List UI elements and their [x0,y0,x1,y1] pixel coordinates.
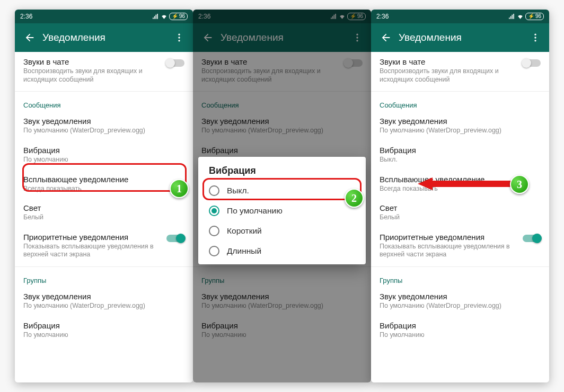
notif-sound-row[interactable]: Звук уведомленияПо умолчанию (WaterDrop_… [15,111,193,140]
notif-sound-row[interactable]: Звук уведомленияПо умолчанию (WaterDrop_… [371,111,549,140]
group-vibration-row[interactable]: ВибрацияПо умолчанию [371,316,549,345]
status-icons: ⚡96 [508,13,544,20]
phone-3: 2:36 ⚡96 Уведомления Звуки в чатеВоспрои… [371,10,549,382]
vibration-dialog: Вибрация Выкл. По умолчанию Короткий Дли… [198,157,366,264]
divider [371,91,549,92]
signal-icon [152,13,159,20]
chat-sounds-row[interactable]: Звуки в чатеВоспроизводить звуки для вхо… [15,52,193,89]
signal-icon [508,13,515,20]
step-badge-2: 2 [345,189,364,208]
back-button[interactable] [375,27,396,48]
step-badge-3: 3 [510,175,529,194]
divider [15,91,193,92]
battery-indicator: ⚡96 [525,13,544,20]
groups-section-label: Группы [371,269,549,287]
radio-icon [209,206,219,216]
svg-point-1 [178,37,180,38]
priority-toggle[interactable] [523,235,541,242]
dialog-title: Вибрация [200,164,364,181]
vibration-row[interactable]: ВибрацияВыкл. [371,140,549,170]
priority-row[interactable]: Приоритетные уведомленияПоказывать всплы… [15,227,193,264]
svg-point-6 [534,34,536,35]
app-bar: Уведомления [371,23,549,52]
chat-sounds-toggle[interactable] [166,59,184,67]
status-bar: 2:36 ⚡96 [371,10,549,23]
settings-body[interactable]: Звуки в чатеВоспроизводить звуки для вхо… [15,52,193,382]
option-long[interactable]: Длинный [200,241,364,261]
clock: 2:36 [376,13,389,20]
clock: 2:36 [20,13,32,20]
svg-point-8 [534,40,536,41]
phone-1: 2:36 ⚡96 Уведомления Звуки в чатеВоспрои… [15,10,193,382]
group-notif-sound-row[interactable]: Звук уведомленияПо умолчанию (WaterDrop_… [371,287,549,316]
chat-sounds-row[interactable]: Звуки в чатеВоспроизводить звуки для вхо… [371,52,549,89]
back-button[interactable] [19,27,40,48]
battery-indicator: ⚡96 [169,13,188,20]
settings-body[interactable]: Звуки в чатеВоспроизводить звуки для вхо… [371,52,549,382]
option-default[interactable]: По умолчанию [200,201,364,221]
option-off[interactable]: Выкл. [200,181,364,201]
radio-icon [209,226,219,236]
svg-marker-9 [418,177,513,190]
messages-section-label: Сообщения [15,94,193,111]
phone-2: 2:36 ⚡96 Уведомления Звуки в чатеВоспрои… [193,10,371,382]
popup-row[interactable]: Всплывающее уведомлениеВсегда показывать [15,170,193,199]
svg-point-0 [178,34,180,35]
appbar-title: Уведомления [40,32,169,43]
wifi-icon [517,13,524,20]
red-arrow [418,177,513,191]
messages-section-label: Сообщения [371,94,549,111]
light-row[interactable]: СветБелый [371,198,549,227]
menu-button[interactable] [169,27,190,48]
app-bar: Уведомления [15,23,193,52]
triptych-stage: 2:36 ⚡96 Уведомления Звуки в чатеВоспрои… [0,0,564,392]
radio-icon [209,185,219,196]
svg-point-2 [178,40,180,41]
groups-section-label: Группы [15,269,193,287]
group-vibration-row[interactable]: ВибрацияПо умолчанию [15,316,193,345]
group-notif-sound-row[interactable]: Звук уведомленияПо умолчанию (WaterDrop_… [15,287,193,316]
wifi-icon [161,13,168,20]
divider [15,266,193,267]
vibration-row[interactable]: ВибрацияПо умолчанию [15,140,193,170]
chat-sounds-subtitle: Воспроизводить звуки для входящих и исхо… [23,67,161,84]
chat-sounds-toggle[interactable] [523,59,541,67]
menu-button[interactable] [525,27,546,48]
step-badge-1: 1 [170,179,189,198]
light-row[interactable]: СветБелый [15,198,193,227]
chat-sounds-title: Звуки в чате [23,57,161,66]
svg-point-7 [534,37,536,38]
priority-toggle[interactable] [166,235,184,242]
priority-row[interactable]: Приоритетные уведомленияПоказывать всплы… [371,227,549,264]
status-icons: ⚡96 [152,13,188,20]
radio-icon [209,246,219,256]
status-bar: 2:36 ⚡96 [15,10,193,23]
appbar-title: Уведомления [396,32,525,43]
divider [371,266,549,267]
option-short[interactable]: Короткий [200,221,364,241]
